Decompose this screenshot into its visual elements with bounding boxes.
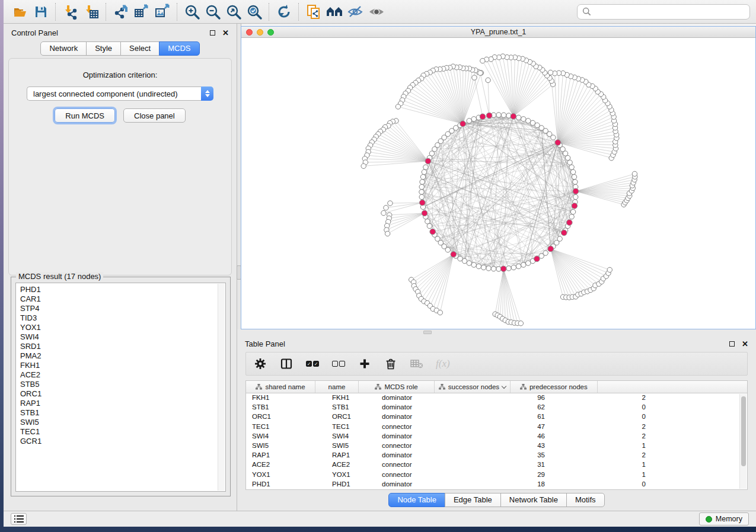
- network-hub-node[interactable]: [500, 266, 506, 272]
- network-leaf-node[interactable]: [607, 267, 612, 272]
- network-node[interactable]: [481, 265, 486, 270]
- export-image-button[interactable]: [152, 2, 173, 21]
- network-node[interactable]: [491, 267, 496, 271]
- gear-icon[interactable]: [253, 357, 267, 371]
- network-node[interactable]: [521, 117, 526, 121]
- network-graph[interactable]: [241, 38, 755, 329]
- network-node[interactable]: [471, 117, 476, 121]
- network-node[interactable]: [467, 261, 471, 265]
- open-file-button[interactable]: [9, 2, 30, 21]
- network-node[interactable]: [501, 113, 506, 117]
- mcds-result-item[interactable]: STP4: [20, 304, 225, 313]
- network-node[interactable]: [445, 248, 450, 252]
- export-network-button[interactable]: [110, 2, 131, 21]
- network-node[interactable]: [425, 219, 430, 224]
- mcds-result-item[interactable]: STB5: [20, 380, 225, 389]
- network-hub-node[interactable]: [572, 203, 578, 209]
- export-table-button[interactable]: [131, 2, 152, 21]
- network-node[interactable]: [486, 266, 491, 271]
- network-leaf-node[interactable]: [472, 75, 477, 80]
- network-node[interactable]: [516, 115, 521, 120]
- network-hub-node[interactable]: [480, 114, 486, 120]
- horizontal-splitter-handle[interactable]: [423, 331, 432, 334]
- table-row[interactable]: ORC1ORC1dominator610: [246, 412, 747, 422]
- mcds-result-item[interactable]: SWI4: [20, 332, 225, 342]
- network-node[interactable]: [557, 236, 562, 241]
- network-leaf-node[interactable]: [486, 78, 490, 82]
- zoom-selected-button[interactable]: [244, 2, 264, 21]
- search-field[interactable]: [577, 4, 750, 20]
- network-hub-node[interactable]: [573, 188, 579, 194]
- table-row[interactable]: SWI5SWI5connector431: [246, 441, 747, 451]
- network-node[interactable]: [496, 113, 501, 117]
- refresh-button[interactable]: [273, 2, 294, 21]
- network-hub-node[interactable]: [555, 140, 561, 146]
- tab-motifs[interactable]: Motifs: [566, 493, 605, 507]
- network-node[interactable]: [573, 180, 578, 184]
- network-node[interactable]: [516, 264, 521, 268]
- table-row[interactable]: TEC1TEC1connector472: [246, 422, 747, 432]
- mcds-result-list[interactable]: PHD1CAR1STP4TID3YOX1SWI4SRD1PMA2FKH1ACE2…: [15, 283, 226, 492]
- zoom-fit-button[interactable]: [223, 2, 244, 21]
- network-node[interactable]: [530, 120, 535, 125]
- table-row[interactable]: YOX1YOX1connector291: [246, 470, 747, 480]
- search-input[interactable]: [595, 7, 745, 16]
- close-table-panel-icon[interactable]: ✕: [742, 340, 748, 348]
- network-canvas[interactable]: [241, 38, 755, 329]
- table-row[interactable]: FKH1FKH1dominator962: [246, 393, 747, 403]
- tab-select[interactable]: Select: [120, 41, 160, 56]
- network-node[interactable]: [569, 214, 574, 219]
- network-node[interactable]: [526, 118, 531, 123]
- network-leaf-node[interactable]: [632, 171, 637, 176]
- network-leaf-node[interactable]: [518, 321, 523, 326]
- network-hub-node[interactable]: [422, 210, 428, 216]
- select-all-icon[interactable]: ✓✓: [305, 357, 320, 371]
- network-node[interactable]: [543, 251, 548, 255]
- zoom-in-button[interactable]: [181, 2, 202, 21]
- network-hub-node[interactable]: [567, 220, 573, 226]
- network-node[interactable]: [572, 174, 576, 179]
- mcds-result-item[interactable]: GCR1: [20, 437, 225, 446]
- mcds-result-item[interactable]: SRD1: [20, 342, 225, 351]
- network-node[interactable]: [419, 190, 424, 194]
- tab-style[interactable]: Style: [86, 41, 121, 56]
- network-node[interactable]: [420, 180, 425, 184]
- table-row[interactable]: PHD1PHD1dominator180: [246, 480, 747, 489]
- mcds-result-item[interactable]: ORC1: [20, 389, 225, 399]
- copy-style-button[interactable]: [303, 2, 324, 21]
- mcds-result-item[interactable]: PMA2: [20, 351, 225, 361]
- network-node[interactable]: [567, 160, 572, 165]
- import-table-button[interactable]: [81, 2, 101, 21]
- run-mcds-button[interactable]: Run MCDS: [55, 108, 115, 123]
- network-leaf-node[interactable]: [478, 70, 483, 75]
- show-all-button[interactable]: [365, 2, 386, 21]
- column-header-shared-name[interactable]: shared name: [246, 381, 315, 393]
- tab-mcds[interactable]: MCDS: [159, 41, 199, 56]
- mcds-result-item[interactable]: FKH1: [20, 361, 225, 370]
- network-node[interactable]: [467, 118, 471, 123]
- mcds-result-item[interactable]: RAP1: [20, 399, 225, 408]
- network-node[interactable]: [471, 262, 476, 267]
- import-network-button[interactable]: [60, 2, 81, 21]
- network-hub-node[interactable]: [425, 158, 431, 164]
- network-leaf-node[interactable]: [381, 210, 386, 215]
- add-icon[interactable]: [358, 357, 372, 371]
- network-node[interactable]: [420, 174, 425, 179]
- close-panel-button[interactable]: Close panel: [123, 108, 186, 123]
- mcds-result-item[interactable]: STB1: [20, 408, 225, 418]
- mcds-result-item[interactable]: CAR1: [20, 294, 225, 304]
- optimization-criterion-select[interactable]: largest connected component (undirected): [27, 86, 213, 101]
- network-node[interactable]: [526, 261, 531, 265]
- mcds-result-item[interactable]: YOX1: [20, 323, 225, 332]
- close-panel-icon[interactable]: ✕: [222, 29, 229, 37]
- network-leaf-node[interactable]: [388, 201, 393, 206]
- float-panel-icon[interactable]: [210, 30, 215, 36]
- network-node[interactable]: [419, 194, 424, 199]
- mcds-result-item[interactable]: SWI5: [20, 418, 225, 427]
- network-hub-node[interactable]: [534, 256, 540, 262]
- network-leaf-node[interactable]: [548, 70, 553, 75]
- network-window-titlebar[interactable]: YPA_prune.txt_1: [241, 27, 755, 38]
- column-header-name[interactable]: name: [315, 381, 359, 393]
- network-hub-node[interactable]: [561, 230, 567, 236]
- network-hub-node[interactable]: [419, 200, 425, 206]
